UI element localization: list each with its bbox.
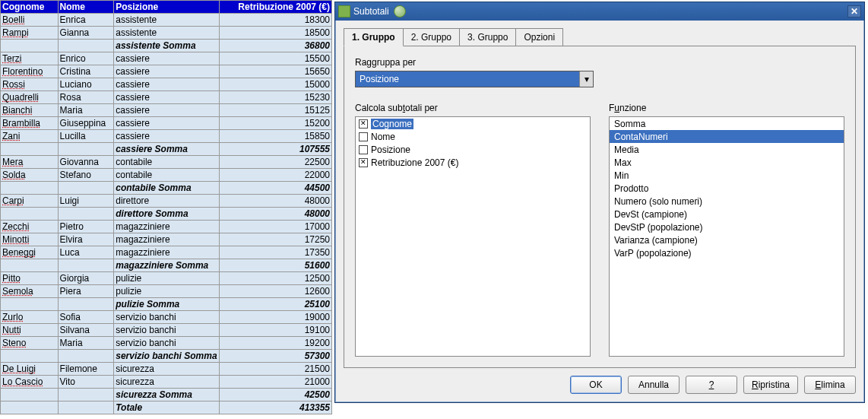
table-row[interactable]: SoldaStefanocontabile22000 <box>1 169 332 182</box>
tab[interactable]: 1. Gruppo <box>344 28 404 46</box>
cell[interactable]: servizio banchi <box>114 311 219 324</box>
cell[interactable] <box>58 298 114 311</box>
table-row[interactable]: direttore Somma48000 <box>1 208 332 221</box>
table-row[interactable]: RossiLucianocassiere15000 <box>1 78 332 91</box>
table-row[interactable]: FlorentinoCristinacassiere15650 <box>1 65 332 78</box>
cell[interactable]: Enrico <box>58 52 114 65</box>
column-option[interactable]: Nome <box>356 130 590 143</box>
cell[interactable]: 15850 <box>219 130 331 143</box>
cell[interactable]: Nutti <box>1 324 59 337</box>
cell[interactable]: 19100 <box>219 324 331 337</box>
cell[interactable]: 15230 <box>219 91 331 104</box>
cell[interactable]: 42500 <box>219 389 331 402</box>
cell[interactable]: Vito <box>58 376 114 389</box>
cell[interactable] <box>1 350 59 363</box>
table-row[interactable]: servizio banchi Somma57300 <box>1 350 332 363</box>
table-row[interactable]: StenoMariaservizio banchi19200 <box>1 337 332 350</box>
cell[interactable] <box>58 182 114 195</box>
function-option[interactable]: VarP (popolazione) <box>610 246 844 259</box>
table-row[interactable]: ZaniLucillacassiere15850 <box>1 130 332 143</box>
cell[interactable]: contabile <box>114 156 219 169</box>
cell[interactable]: Carpi <box>1 195 59 208</box>
cell[interactable]: direttore <box>114 195 219 208</box>
tab[interactable]: Opzioni <box>515 28 563 46</box>
cell[interactable]: direttore Somma <box>114 208 219 221</box>
cell[interactable] <box>58 259 114 272</box>
cell[interactable]: Luciano <box>58 78 114 91</box>
cell[interactable]: 15125 <box>219 104 331 117</box>
checkbox-icon[interactable] <box>359 145 368 154</box>
cell[interactable]: sicurezza <box>114 376 219 389</box>
cell[interactable]: Gianna <box>58 27 114 40</box>
help-button[interactable]: ? <box>686 376 737 394</box>
cell[interactable]: magazziniere <box>114 221 219 233</box>
cell[interactable]: cassiere <box>114 130 219 143</box>
cell[interactable] <box>1 143 59 156</box>
ok-button[interactable]: OK <box>570 376 622 394</box>
column-option[interactable]: Posizione <box>356 143 590 156</box>
cell[interactable]: servizio banchi <box>114 337 219 350</box>
function-option[interactable]: DevSt (campione) <box>610 208 844 221</box>
table-row[interactable]: TerziEnricocassiere15500 <box>1 52 332 65</box>
function-option[interactable]: Max <box>610 156 844 169</box>
table-row[interactable]: magazziniere Somma51600 <box>1 259 332 272</box>
cell[interactable]: Sofia <box>58 311 114 324</box>
function-option[interactable]: Numero (solo numeri) <box>610 195 844 208</box>
cell[interactable]: Rampi <box>1 27 59 40</box>
cell[interactable]: Luigi <box>58 195 114 208</box>
cell[interactable]: cassiere <box>114 117 219 130</box>
cell[interactable]: Stefano <box>58 169 114 182</box>
table-row[interactable]: De LuigiFilemonesicurezza21500 <box>1 363 332 376</box>
cell[interactable]: Silvana <box>58 324 114 337</box>
table-row[interactable]: PittoGiorgiapulizie12500 <box>1 272 332 285</box>
table-row[interactable]: Totale413355 <box>1 402 332 414</box>
close-icon[interactable]: ✕ <box>847 5 861 17</box>
groupby-combo[interactable]: Posizione ▾ <box>355 71 594 87</box>
cell[interactable]: Filemone <box>58 363 114 376</box>
cell[interactable]: magazziniere <box>114 233 219 246</box>
cell[interactable]: Quadrelli <box>1 91 59 104</box>
table-row[interactable]: BrambillaGiuseppinacassiere15200 <box>1 117 332 130</box>
checkbox-icon[interactable]: ✕ <box>359 158 368 167</box>
cell[interactable]: 107555 <box>219 143 331 156</box>
table-row[interactable]: CarpiLuigidirettore48000 <box>1 195 332 208</box>
cell[interactable]: cassiere <box>114 104 219 117</box>
cell[interactable]: Steno <box>1 337 59 350</box>
cell[interactable]: Florentino <box>1 65 59 78</box>
cell[interactable]: Zecchi <box>1 221 59 233</box>
cell[interactable]: Mera <box>1 156 59 169</box>
table-row[interactable]: contabile Somma44500 <box>1 182 332 195</box>
cell[interactable]: Piera <box>58 285 114 298</box>
cell[interactable]: Pitto <box>1 272 59 285</box>
checkbox-icon[interactable]: ✕ <box>359 119 368 129</box>
cell[interactable]: 57300 <box>219 350 331 363</box>
cell[interactable]: servizio banchi <box>114 324 219 337</box>
cell[interactable]: 18500 <box>219 27 331 40</box>
cell[interactable]: assistente <box>114 27 219 40</box>
cell[interactable] <box>1 40 59 52</box>
table-row[interactable]: Lo CascioVitosicurezza21000 <box>1 376 332 389</box>
chevron-down-icon[interactable]: ▾ <box>579 71 593 87</box>
function-option[interactable]: Varianza (campione) <box>610 233 844 246</box>
cell[interactable]: Cristina <box>58 65 114 78</box>
cell[interactable]: pulizie <box>114 285 219 298</box>
cell[interactable]: pulizie <box>114 272 219 285</box>
table-row[interactable]: MinottiElviramagazziniere17250 <box>1 233 332 246</box>
cell[interactable] <box>58 208 114 221</box>
table-row[interactable]: BeneggiLucamagazziniere17350 <box>1 246 332 259</box>
column-header[interactable]: Nome <box>58 1 114 14</box>
cell[interactable]: 22000 <box>219 169 331 182</box>
cell[interactable] <box>1 259 59 272</box>
delete-button[interactable]: Elimina <box>804 376 856 394</box>
cell[interactable]: 19200 <box>219 337 331 350</box>
function-option[interactable]: DevStP (popolazione) <box>610 221 844 233</box>
cell[interactable]: Maria <box>58 337 114 350</box>
cell[interactable]: assistente Somma <box>114 40 219 52</box>
function-option[interactable]: ContaNumeri <box>610 130 844 143</box>
cell[interactable]: Boelli <box>1 14 59 27</box>
cell[interactable]: 15500 <box>219 52 331 65</box>
cell[interactable]: cassiere <box>114 52 219 65</box>
cell[interactable]: De Luigi <box>1 363 59 376</box>
table-row[interactable]: NuttiSilvanaservizio banchi19100 <box>1 324 332 337</box>
cell[interactable] <box>58 40 114 52</box>
